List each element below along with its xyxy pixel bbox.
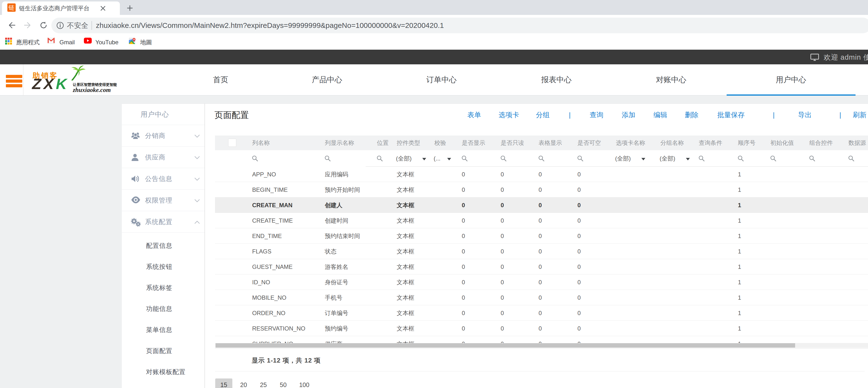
gears-icon <box>131 218 140 227</box>
column-header-10[interactable]: 是否可空 <box>578 136 601 150</box>
sidebar-group-4[interactable]: 权限管理 <box>122 189 205 211</box>
back-button-icon[interactable] <box>8 21 16 29</box>
column-header-4[interactable]: 位置 <box>377 136 389 150</box>
page-size-20[interactable]: 20 <box>235 379 252 388</box>
sidebar: 用户中心 分销商供应商公告信息权限管理系统配置 配置信息系统按钮系统标签功能信息… <box>122 103 205 388</box>
table-row-GUEST_NAME[interactable]: GUEST_NAME游客姓名文本框00001 <box>215 259 868 274</box>
table-row-END_TIME[interactable]: END_TIME预约结束时间文本框00001 <box>215 228 868 244</box>
cell-nullable: 0 <box>578 228 581 244</box>
page-size-50[interactable]: 50 <box>275 379 292 388</box>
scrollbar-thumb[interactable] <box>215 343 795 348</box>
column-header-16[interactable]: 组合控件 <box>809 136 833 150</box>
column-header-14[interactable]: 顺序号 <box>738 136 755 150</box>
table-row-CREATE_MAN[interactable]: CREATE_MAN创建人文本框00001 <box>215 198 868 213</box>
cell-is_visible: 0 <box>462 274 465 290</box>
toolbar-action-7[interactable]: 编辑 <box>653 107 667 123</box>
chevron-down-icon <box>194 177 200 181</box>
sidebar-group-2[interactable]: 供应商 <box>122 147 205 168</box>
toolbar-action-13[interactable]: 刷新 <box>853 107 867 123</box>
nav-tab-6[interactable]: 用户中心 <box>735 64 847 95</box>
cell-table_display: 0 <box>538 213 542 228</box>
security-label[interactable]: 不安全 <box>67 18 88 33</box>
toolbar-action-8[interactable]: 删除 <box>685 107 699 123</box>
table-row-MOBILE_NO[interactable]: MOBILE_NO手机号文本框00001 <box>215 290 868 305</box>
column-header-11[interactable]: 选项卡名称 <box>616 136 645 150</box>
table-row-BEGIN_TIME[interactable]: BEGIN_TIME预约开始时间文本框00001 <box>215 182 868 198</box>
app-header: 助销客 zxk 让景区智慧营销变得更智能 zhuxiaoke.com 首页产品中… <box>0 64 868 96</box>
search-icon <box>500 155 507 163</box>
toolbar-action-11[interactable]: 导出 <box>798 107 812 123</box>
cell-is_visible: 0 <box>462 167 465 182</box>
table-row-ORDER_NO[interactable]: ORDER_NO订单编号文本框00001 <box>215 305 868 321</box>
search-icon <box>324 155 332 163</box>
toolbar-action-9[interactable]: 批量保存 <box>717 107 745 123</box>
column-header-12[interactable]: 分组名称 <box>660 136 684 150</box>
sidebar-subitem-3[interactable]: 系统标签 <box>146 277 205 298</box>
sidebar-subitem-5[interactable]: 菜单信息 <box>146 319 205 340</box>
column-header-2[interactable]: 列名称 <box>252 136 270 150</box>
bookmark-maps[interactable]: 地圖 <box>129 35 184 49</box>
cell-nullable: 0 <box>578 182 581 198</box>
page-size-100[interactable]: 100 <box>296 379 313 388</box>
column-header-5[interactable]: 控件类型 <box>397 136 420 150</box>
sidebar-subitem-1[interactable]: 配置信息 <box>146 235 205 256</box>
main-nav: 首页产品中心订单中心报表中心对账中心用户中心 <box>0 64 868 95</box>
nav-tab-4[interactable]: 报表中心 <box>500 64 613 95</box>
page-size-15[interactable]: 15 <box>215 379 232 388</box>
table-row-FLAGS[interactable]: FLAGS状态文本框00001 <box>215 244 868 259</box>
column-header-6[interactable]: 校验 <box>434 136 446 150</box>
bookmarks-bar: 應用程式GmailYouTube地圖 <box>0 35 868 51</box>
sidebar-subitem-2[interactable]: 系统按钮 <box>146 256 205 277</box>
table-header: 列名称列显示名称位置控件类型校验是否显示是否只读表格显示是否可空选项卡名称分组名… <box>215 136 868 150</box>
horizontal-scrollbar[interactable] <box>215 343 868 348</box>
forward-button-icon[interactable] <box>24 21 32 29</box>
toolbar-action-3[interactable]: 分组 <box>536 107 550 123</box>
nav-tab-1[interactable]: 首页 <box>164 64 277 95</box>
new-tab-button[interactable] <box>127 5 133 11</box>
sidebar-subitem-7[interactable]: 对账模板配置 <box>146 361 205 382</box>
column-header-17[interactable]: 数据源 <box>848 136 866 150</box>
column-header-8[interactable]: 是否只读 <box>501 136 524 150</box>
tab-close-icon[interactable] <box>99 5 106 12</box>
toolbar-action-2[interactable]: 选项卡 <box>499 107 519 123</box>
column-header-13[interactable]: 查询条件 <box>699 136 722 150</box>
cell-display_name: 手机号 <box>325 290 342 305</box>
sidebar-subitem-4[interactable]: 功能信息 <box>146 298 205 319</box>
table-row-ID_NO[interactable]: ID_NO身份证号文本框00001 <box>215 274 868 290</box>
column-header-7[interactable]: 是否显示 <box>462 136 485 150</box>
table-filter-row: (全部)(...(全部)(全部) <box>215 150 868 167</box>
toolbar-action-5[interactable]: 查询 <box>590 107 603 123</box>
nav-tab-3[interactable]: 订单中心 <box>385 64 498 95</box>
select-all-checkbox[interactable] <box>228 139 236 147</box>
tab-title: 链生活多业态商户管理平台 <box>19 1 100 15</box>
table-row-APP_NO[interactable]: APP_NO应用编码文本框00001 <box>215 167 868 182</box>
cell-is_readonly: 0 <box>501 290 504 305</box>
sidebar-group-label: 分销商 <box>145 125 165 147</box>
column-header-15[interactable]: 初始化值 <box>770 136 794 150</box>
address-bar[interactable]: 不安全 zhuxiaoke.cn/Views/Common/MainNew2.h… <box>51 18 868 33</box>
page-size-25[interactable]: 25 <box>255 379 272 388</box>
cell-table_display: 0 <box>538 198 542 213</box>
search-icon <box>770 155 777 163</box>
nav-tab-2[interactable]: 产品中心 <box>271 64 383 95</box>
table-row-CREATE_TIME[interactable]: CREATE_TIME创建时间文本框00001 <box>215 213 868 228</box>
url-text[interactable]: zhuxiaoke.cn/Views/Common/MainNew2.htm?e… <box>96 18 444 33</box>
cell-control: 文本框 <box>397 274 414 290</box>
column-header-9[interactable]: 表格显示 <box>538 136 562 150</box>
cell-order: 1 <box>738 198 741 213</box>
column-header-3[interactable]: 列显示名称 <box>325 136 354 150</box>
nav-tab-5[interactable]: 对账中心 <box>615 64 727 95</box>
page-info-icon[interactable] <box>56 22 64 29</box>
sidebar-subitem-6[interactable]: 页面配置 <box>146 340 205 361</box>
page-title: 页面配置 <box>215 107 249 123</box>
sidebar-group-5[interactable]: 系统配置 <box>122 211 205 233</box>
cell-order: 1 <box>738 228 741 244</box>
toolbar-action-1[interactable]: 表单 <box>467 107 481 123</box>
reload-button-icon[interactable] <box>40 21 48 29</box>
sidebar-group-3[interactable]: 公告信息 <box>122 168 205 189</box>
sidebar-group-1[interactable]: 分销商 <box>122 125 205 147</box>
announce-icon <box>131 175 140 183</box>
toolbar-action-6[interactable]: 添加 <box>622 107 636 123</box>
browser-tab[interactable]: 链 链生活多业态商户管理平台 <box>2 1 120 15</box>
table-row-RESERVATION_NO[interactable]: RESERVATION_NO预约编号文本框00001 <box>215 321 868 336</box>
